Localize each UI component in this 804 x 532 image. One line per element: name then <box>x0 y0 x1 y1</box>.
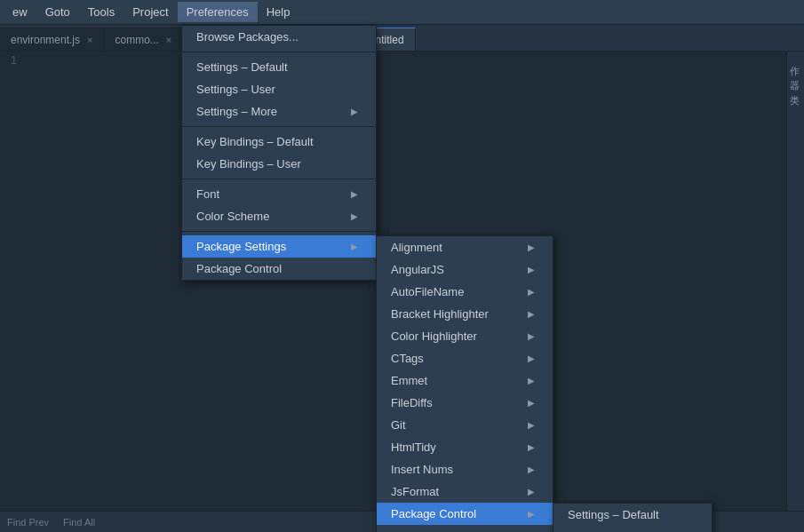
menu-browse-packages[interactable]: Browse Packages... <box>182 26 376 48</box>
sub-package-control[interactable]: Package Control ▶ Settings – Default Set… <box>377 503 553 525</box>
arrow-bracket-highlighter: ▶ <box>528 309 535 319</box>
line-number-1: 1 <box>0 52 786 69</box>
sub-angularjs[interactable]: AngularJS ▶ <box>377 258 553 281</box>
sub-color-highlighter[interactable]: Color Highlighter ▶ <box>377 325 553 347</box>
tabs-bar: environment.js × commo... × stV2.html × … <box>0 25 804 52</box>
arrow-git: ▶ <box>528 420 535 430</box>
sub-pc-settings-user[interactable]: Settings – User <box>553 526 712 532</box>
package-control-submenu: Settings – Default Settings – User <box>553 503 712 532</box>
tab-environment-js[interactable]: environment.js × <box>0 28 104 51</box>
sub-insert-nums[interactable]: Insert Nums ▶ <box>377 458 553 480</box>
menu-color-scheme[interactable]: Color Scheme ▶ <box>182 205 376 227</box>
preferences-menu: Browse Packages... Settings – Default Se… <box>181 25 377 281</box>
sub-filediffs[interactable]: FileDiffs ▶ <box>377 392 553 414</box>
arrow-htmltidy: ▶ <box>528 442 535 452</box>
menu-item-project[interactable]: Project <box>123 2 177 22</box>
arrow-insert-nums: ▶ <box>528 465 535 474</box>
menu-keybindings-user[interactable]: Key Bindings – User <box>182 153 376 175</box>
menu-item-preferences[interactable]: Preferences <box>178 2 258 22</box>
separator-1 <box>182 52 376 52</box>
separator-3 <box>182 179 376 179</box>
menu-font[interactable]: Font ▶ <box>182 183 376 205</box>
right-panel-label-3[interactable]: 类 <box>787 80 804 94</box>
menu-bar: ew Goto Tools Project Preferences Help <box>0 0 804 25</box>
package-settings-submenu: Alignment ▶ AngularJS ▶ AutoFileName ▶ B… <box>376 235 553 532</box>
arrow-color-scheme: ▶ <box>351 211 358 221</box>
find-all-button[interactable]: Find All <box>63 517 95 528</box>
menu-settings-default[interactable]: Settings – Default <box>182 56 376 78</box>
sub-htmltidy[interactable]: HtmlTidy ▶ <box>377 436 553 458</box>
tab-label: environment.js <box>11 34 80 46</box>
arrow-alignment: ▶ <box>528 242 535 252</box>
sub-ctags[interactable]: CTags ▶ <box>377 347 553 369</box>
menu-item-ew[interactable]: ew <box>4 2 36 22</box>
menu-package-control[interactable]: Package Control <box>182 258 376 280</box>
preferences-dropdown: Browse Packages... Settings – Default Se… <box>181 25 377 281</box>
arrow-jsformat: ▶ <box>528 487 535 496</box>
right-panel: 作 器 类 <box>786 52 804 511</box>
right-panel-label-1[interactable]: 作 <box>787 52 804 66</box>
menu-item-goto[interactable]: Goto <box>36 2 79 22</box>
arrow-settings-more: ▶ <box>351 107 358 116</box>
sub-bracket-highlighter[interactable]: Bracket Highlighter ▶ <box>377 303 553 325</box>
menu-settings-more[interactable]: Settings – More ▶ <box>182 100 376 123</box>
sub-alignment[interactable]: Alignment ▶ <box>377 236 553 258</box>
tab-label: commo... <box>115 34 158 46</box>
tab-close-environment[interactable]: × <box>87 35 92 45</box>
separator-2 <box>182 126 376 127</box>
tab-close-commo[interactable]: × <box>166 35 171 45</box>
menu-settings-user[interactable]: Settings – User <box>182 78 376 100</box>
arrow-font: ▶ <box>351 189 358 199</box>
arrow-emmet: ▶ <box>528 376 535 385</box>
separator-4 <box>182 231 376 232</box>
find-prev-button[interactable]: Find Prev <box>7 517 49 528</box>
menu-package-settings[interactable]: Package Settings ▶ Alignment ▶ AngularJS… <box>182 235 376 258</box>
menu-keybindings-default[interactable]: Key Bindings – Default <box>182 131 376 153</box>
arrow-filediffs: ▶ <box>528 398 535 408</box>
menu-item-tools[interactable]: Tools <box>79 2 123 22</box>
sub-git[interactable]: Git ▶ <box>377 414 553 436</box>
arrow-package-settings: ▶ <box>351 242 358 251</box>
sub-emmet[interactable]: Emmet ▶ <box>377 369 553 392</box>
tab-commo[interactable]: commo... × <box>104 28 183 51</box>
sub-autofilename[interactable]: AutoFileName ▶ <box>377 281 553 303</box>
arrow-autofilename: ▶ <box>528 287 535 297</box>
arrow-angularjs: ▶ <box>528 265 535 274</box>
sub-jsformat[interactable]: JsFormat ▶ <box>377 480 553 503</box>
arrow-color-highlighter: ▶ <box>528 331 535 341</box>
sub-prefixr[interactable]: Prefixr ▶ <box>377 525 553 532</box>
sub-pc-settings-default[interactable]: Settings – Default <box>553 504 712 526</box>
right-panel-label-2[interactable]: 器 <box>787 66 804 80</box>
arrow-ctags: ▶ <box>528 353 535 363</box>
arrow-package-control: ▶ <box>528 509 535 519</box>
menu-item-help[interactable]: Help <box>258 2 299 22</box>
